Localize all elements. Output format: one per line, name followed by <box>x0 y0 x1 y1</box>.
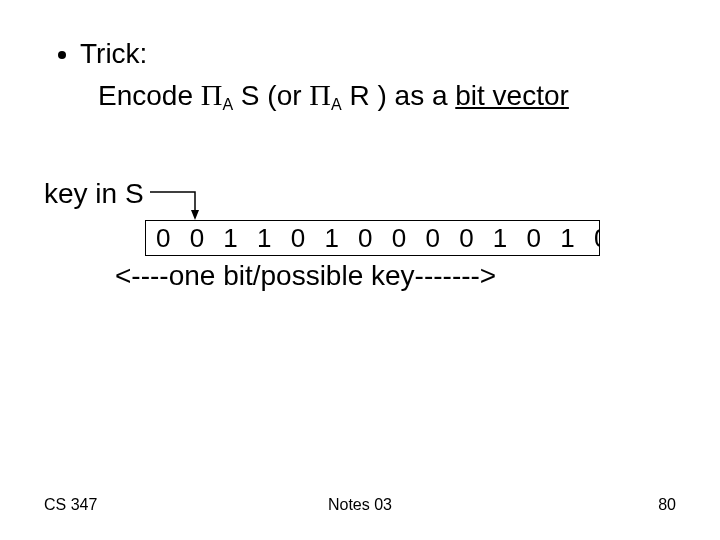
bullet-line-2: Encode ΠA S (or ΠA R ) as a bit vector <box>98 78 569 116</box>
bit-vector-text: bit vector <box>455 80 569 111</box>
encode-S: S (or <box>233 80 309 111</box>
pi-sub-1: A <box>222 96 233 113</box>
pi-symbol-1: Π <box>201 78 223 111</box>
pi-symbol-2: Π <box>309 78 331 111</box>
trick-text: Trick: <box>80 38 147 70</box>
encode-prefix: Encode <box>98 80 201 111</box>
bit-vector-box: 0 0 1 1 0 1 0 0 0 0 1 0 1 0 0 <box>145 220 600 256</box>
bullet-dot <box>58 51 66 59</box>
bit-legend: <----one bit/possible key-------> <box>115 260 496 292</box>
encode-R: R ) as a <box>342 80 456 111</box>
key-in-s-label: key in S <box>44 178 144 210</box>
bullet-line-1: Trick: <box>58 38 147 70</box>
footer-notes: Notes 03 <box>0 496 720 514</box>
pi-sub-2: A <box>331 96 342 113</box>
footer-page: 80 <box>658 496 676 514</box>
slide: Trick: Encode ΠA S (or ΠA R ) as a bit v… <box>0 0 720 540</box>
